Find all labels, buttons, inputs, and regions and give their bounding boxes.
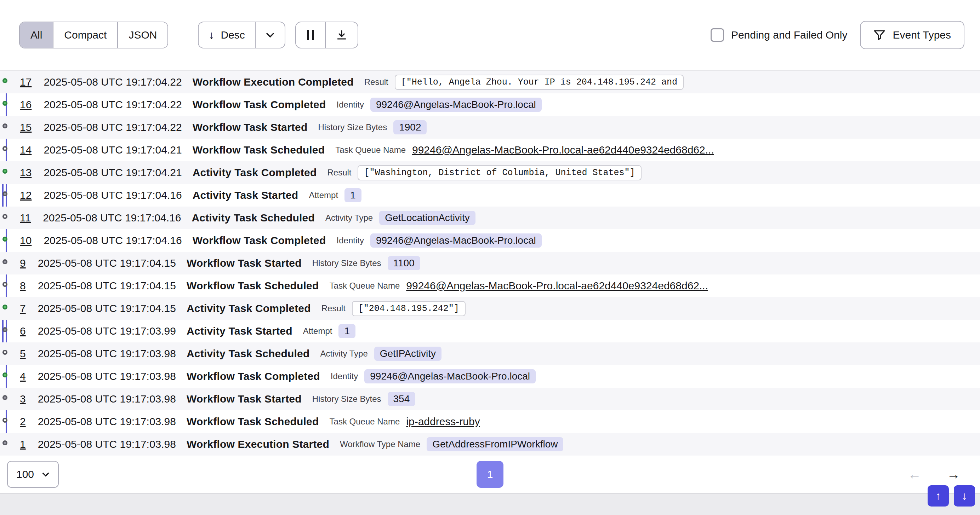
event-detail-label: Task Queue Name bbox=[335, 145, 406, 155]
sort-label: Desc bbox=[221, 29, 245, 41]
page-size-value: 100 bbox=[16, 468, 34, 480]
page-arrows: ← → bbox=[908, 467, 960, 481]
event-id-link[interactable]: 14 bbox=[20, 144, 32, 156]
sort-desc-button[interactable]: ↓ Desc bbox=[199, 22, 255, 48]
event-timestamp: 2025-05-08 UTC 19:17:03.98 bbox=[38, 415, 176, 428]
download-button[interactable] bbox=[325, 22, 358, 48]
event-timestamp: 2025-05-08 UTC 19:17:03.98 bbox=[38, 370, 176, 382]
event-status-dot-icon bbox=[3, 237, 8, 242]
event-id-link[interactable]: 13 bbox=[20, 166, 32, 179]
event-types-label: Event Types bbox=[892, 29, 951, 41]
event-row[interactable]: 14 2025-05-08 UTC 19:17:04.21 Workflow T… bbox=[0, 139, 980, 161]
event-id-link[interactable]: 5 bbox=[20, 348, 26, 360]
event-id-link[interactable]: 1 bbox=[20, 438, 26, 450]
timeline-dot-cell bbox=[0, 252, 20, 274]
event-timestamp: 2025-05-08 UTC 19:17:04.15 bbox=[38, 303, 176, 314]
event-types-button[interactable]: Event Types bbox=[860, 21, 964, 49]
event-row[interactable]: 9 2025-05-08 UTC 19:17:04.15 Workflow Ta… bbox=[0, 252, 980, 274]
chevron-down-icon bbox=[42, 472, 49, 477]
footer-strip bbox=[0, 493, 980, 515]
event-detail-label: Task Queue Name bbox=[329, 417, 400, 426]
event-row[interactable]: 6 2025-05-08 UTC 19:17:03.99 Activity Ta… bbox=[0, 320, 980, 342]
event-status-dot-icon bbox=[3, 418, 8, 423]
event-detail-link[interactable]: ip-address-ruby bbox=[406, 415, 480, 428]
current-page-button[interactable]: 1 bbox=[477, 461, 503, 488]
event-row[interactable]: 4 2025-05-08 UTC 19:17:03.98 Workflow Ta… bbox=[0, 365, 980, 388]
event-detail-label: History Size Bytes bbox=[312, 394, 381, 404]
event-id-link[interactable]: 7 bbox=[20, 303, 26, 314]
event-row[interactable]: 3 2025-05-08 UTC 19:17:03.98 Workflow Ta… bbox=[0, 388, 980, 410]
event-name: Workflow Task Completed bbox=[192, 99, 326, 111]
event-row[interactable]: 8 2025-05-08 UTC 19:17:04.15 Workflow Ta… bbox=[0, 274, 980, 297]
event-row[interactable]: 10 2025-05-08 UTC 19:17:04.16 Workflow T… bbox=[0, 229, 980, 252]
next-page-button[interactable]: → bbox=[947, 467, 960, 481]
event-id-link[interactable]: 6 bbox=[20, 325, 26, 337]
chevron-down-icon bbox=[266, 32, 275, 38]
event-id-link[interactable]: 2 bbox=[20, 415, 26, 428]
timeline-dot-cell bbox=[0, 274, 20, 297]
pending-failed-filter[interactable]: Pending and Failed Only bbox=[711, 28, 848, 42]
event-row[interactable]: 13 2025-05-08 UTC 19:17:04.21 Activity T… bbox=[0, 161, 980, 184]
event-name: Activity Task Completed bbox=[192, 166, 317, 179]
timeline-dot-cell bbox=[0, 229, 20, 252]
history-action-buttons bbox=[295, 22, 358, 48]
event-timestamp: 2025-05-08 UTC 19:17:03.98 bbox=[38, 348, 176, 360]
view-mode-compact[interactable]: Compact bbox=[54, 22, 118, 48]
sort-control: ↓ Desc bbox=[198, 22, 285, 48]
pending-failed-checkbox[interactable] bbox=[711, 28, 724, 42]
event-id-link[interactable]: 3 bbox=[20, 393, 26, 405]
event-history-table: 17 2025-05-08 UTC 19:17:04.22 Workflow E… bbox=[0, 71, 980, 456]
sort-options-button[interactable] bbox=[255, 22, 285, 48]
event-detail-label: Identity bbox=[337, 236, 364, 246]
event-row[interactable]: 7 2025-05-08 UTC 19:17:04.15 Activity Ta… bbox=[0, 297, 980, 320]
event-id-link[interactable]: 10 bbox=[20, 235, 32, 247]
event-name: Workflow Task Scheduled bbox=[186, 415, 319, 428]
event-id-link[interactable]: 17 bbox=[20, 76, 32, 88]
event-detail-label: Identity bbox=[337, 100, 364, 109]
event-row[interactable]: 5 2025-05-08 UTC 19:17:03.98 Activity Ta… bbox=[0, 342, 980, 365]
event-row[interactable]: 2 2025-05-08 UTC 19:17:03.98 Workflow Ta… bbox=[0, 410, 980, 433]
event-status-dot-icon bbox=[3, 441, 8, 445]
timeline-dot-cell bbox=[0, 365, 20, 388]
scroll-to-bottom-button[interactable]: ↓ bbox=[954, 485, 975, 507]
event-id-link[interactable]: 12 bbox=[20, 189, 32, 201]
event-row[interactable]: 17 2025-05-08 UTC 19:17:04.22 Workflow E… bbox=[0, 71, 980, 93]
event-timestamp: 2025-05-08 UTC 19:17:04.15 bbox=[38, 257, 176, 269]
event-name: Workflow Task Started bbox=[192, 121, 308, 133]
event-name: Workflow Task Completed bbox=[192, 235, 326, 247]
event-id-link[interactable]: 11 bbox=[20, 212, 31, 224]
event-detail-link[interactable]: 99246@Angelas-MacBook-Pro.local-ae62d440… bbox=[412, 144, 714, 156]
timeline-dot-cell bbox=[0, 184, 20, 206]
event-status-dot-icon bbox=[3, 395, 8, 400]
event-status-dot-icon bbox=[3, 350, 8, 355]
event-name: Activity Task Started bbox=[192, 189, 299, 201]
scroll-to-top-button[interactable]: ↑ bbox=[928, 485, 949, 507]
event-row[interactable]: 12 2025-05-08 UTC 19:17:04.16 Activity T… bbox=[0, 184, 980, 206]
event-row[interactable]: 1 2025-05-08 UTC 19:17:03.98 Workflow Ex… bbox=[0, 433, 980, 456]
event-row[interactable]: 15 2025-05-08 UTC 19:17:04.22 Workflow T… bbox=[0, 116, 980, 139]
event-name: Activity Task Scheduled bbox=[191, 212, 315, 224]
event-id-link[interactable]: 15 bbox=[20, 121, 32, 133]
event-id-link[interactable]: 16 bbox=[20, 99, 32, 111]
event-timestamp: 2025-05-08 UTC 19:17:04.16 bbox=[43, 235, 181, 247]
event-timestamp: 2025-05-08 UTC 19:17:04.15 bbox=[38, 280, 176, 292]
event-row[interactable]: 16 2025-05-08 UTC 19:17:04.22 Workflow T… bbox=[0, 93, 980, 116]
timeline-dot-cell bbox=[0, 71, 20, 93]
view-mode-all[interactable]: All bbox=[20, 22, 54, 48]
event-row[interactable]: 11 2025-05-08 UTC 19:17:04.16 Activity T… bbox=[0, 206, 980, 229]
event-id-link[interactable]: 8 bbox=[20, 280, 26, 292]
event-timestamp: 2025-05-08 UTC 19:17:04.22 bbox=[43, 99, 181, 111]
event-id-link[interactable]: 9 bbox=[20, 257, 26, 269]
event-status-dot-icon bbox=[3, 169, 8, 174]
event-detail-label: Task Queue Name bbox=[329, 281, 400, 291]
event-detail-link[interactable]: 99246@Angelas-MacBook-Pro.local-ae62d440… bbox=[406, 280, 708, 292]
toolbar-right: Pending and Failed Only Event Types bbox=[711, 21, 964, 49]
event-timestamp: 2025-05-08 UTC 19:17:03.99 bbox=[38, 325, 176, 337]
page-size-select[interactable]: 100 bbox=[7, 461, 59, 488]
view-mode-json[interactable]: JSON bbox=[118, 22, 167, 48]
event-timestamp: 2025-05-08 UTC 19:17:04.21 bbox=[43, 144, 181, 156]
event-status-dot-icon bbox=[3, 304, 8, 309]
pause-button[interactable] bbox=[296, 22, 325, 48]
previous-page-button[interactable]: ← bbox=[908, 467, 921, 481]
event-id-link[interactable]: 4 bbox=[20, 370, 26, 382]
